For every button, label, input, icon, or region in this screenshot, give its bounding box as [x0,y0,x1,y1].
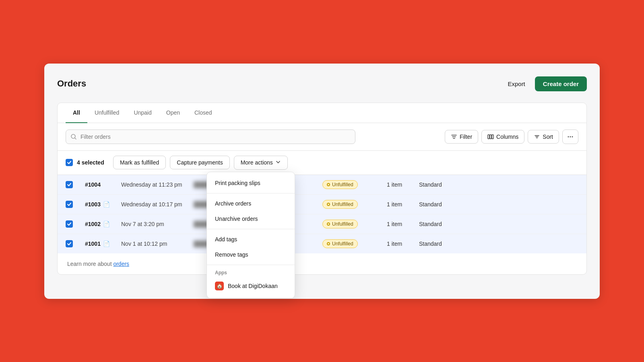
select-all-checkbox[interactable] [66,159,73,166]
svg-point-5 [570,136,571,137]
page-header: Orders Export Create order [57,76,587,91]
more-actions-button[interactable]: More actions [234,156,288,170]
columns-icon [487,134,494,140]
order-id: #1004 [85,181,121,188]
chevron-down-icon [275,159,281,166]
svg-rect-1 [488,135,489,139]
archive-orders-label: Archive orders [215,200,251,207]
dropdown-archive-orders[interactable]: Archive orders [207,196,295,211]
create-order-button[interactable]: Create order [535,76,587,91]
columns-label: Columns [496,134,518,140]
tabs-bar: All Unfulfilled Unpaid Open Closed [58,103,586,123]
order-items: 1 item [387,221,419,227]
footer-note: Learn more about orders [58,253,586,274]
remove-tags-label: Remove tags [215,251,248,258]
filter-icon [451,134,457,140]
table-row[interactable]: #1002 📄 Nov 7 at 3:20 pm ████████ Paid U… [58,214,586,234]
search-wrap [66,130,355,144]
search-icon [70,134,77,140]
order-id: #1003 📄 [85,201,121,208]
order-shipping: Standard [419,181,459,188]
tab-unpaid[interactable]: Unpaid [126,103,159,123]
page-title: Orders [57,78,86,89]
order-items: 1 item [387,201,419,208]
search-input[interactable] [66,130,355,144]
dropdown-remove-tags[interactable]: Remove tags [207,247,295,262]
sort-icon [534,134,540,140]
table-row[interactable]: #1004 Wednesday at 11:23 pm ████████ Pai… [58,175,586,195]
svg-rect-3 [492,135,493,139]
tab-closed[interactable]: Closed [187,103,219,123]
order-date: Nov 7 at 3:20 pm [121,221,194,227]
dropdown-apps-section: Apps [207,267,295,277]
dropdown-divider-3 [207,265,295,265]
export-button[interactable]: Export [503,77,530,90]
row-checkbox[interactable] [66,240,85,247]
order-shipping: Standard [419,241,459,247]
tab-open[interactable]: Open [159,103,187,123]
doc-icon: 📄 [103,201,110,208]
more-actions-label: More actions [241,159,273,166]
digidokaan-app-icon: 🏠 [215,282,224,290]
order-items: 1 item [387,181,419,188]
order-shipping: Standard [419,221,459,227]
dropdown-add-tags[interactable]: Add tags [207,232,295,247]
main-card: Orders Export Create order All Unfulfill… [44,64,600,299]
order-date: Nov 1 at 10:12 pm [121,241,194,247]
order-date: Wednesday at 10:17 pm [121,201,194,208]
columns-button[interactable]: Columns [481,130,524,144]
sort-label: Sort [543,134,553,140]
book-at-digidokaan-label: Book at DigiDokaan [228,283,278,289]
dropdown-divider-2 [207,229,295,229]
table-row[interactable]: #1001 📄 Nov 1 at 10:12 pm ████████ Paid … [58,234,586,253]
print-packing-slips-label: Print packing slips [215,180,260,186]
order-fulfillment: Unfulfilled [322,200,387,209]
table-row[interactable]: #1003 📄 Wednesday at 10:17 pm ████████ P… [58,195,586,214]
mark-fulfilled-button[interactable]: Mark as fulfilled [113,156,166,169]
order-id: #1002 📄 [85,221,121,227]
svg-rect-2 [490,135,491,139]
order-fulfillment: Unfulfilled [322,180,387,189]
add-tags-label: Add tags [215,236,237,243]
more-actions-dropdown: Print packing slips Archive orders Unarc… [206,172,295,298]
selected-count: 4 selected [77,159,109,166]
doc-icon: 📄 [103,241,110,247]
capture-payments-button[interactable]: Capture payments [170,156,229,169]
footer-text: Learn more about [67,261,113,267]
sort-button[interactable]: Sort [528,130,559,144]
doc-icon: 📄 [103,221,110,227]
more-toolbar-button[interactable] [562,130,578,144]
order-fulfillment: Unfulfilled [322,220,387,228]
order-id: #1001 📄 [85,241,121,247]
tab-unfulfilled[interactable]: Unfulfilled [87,103,126,123]
bulk-action-bar: 4 selected Mark as fulfilled Capture pay… [58,151,586,175]
order-fulfillment: Unfulfilled [322,239,387,248]
svg-point-6 [572,136,573,137]
row-checkbox[interactable] [66,220,85,228]
toolbar-right: Filter Columns [445,130,578,144]
orders-table: #1004 Wednesday at 11:23 pm ████████ Pai… [58,175,586,253]
tab-all[interactable]: All [66,103,87,123]
svg-point-4 [568,136,569,137]
row-checkbox[interactable] [66,201,85,208]
header-actions: Export Create order [503,76,587,91]
dropdown-unarchive-orders[interactable]: Unarchive orders [207,211,295,226]
order-items: 1 item [387,241,419,247]
unarchive-orders-label: Unarchive orders [215,216,258,222]
order-shipping: Standard [419,201,459,208]
filter-label: Filter [460,134,472,140]
orders-link[interactable]: orders [113,261,129,267]
dropdown-print-packing-slips[interactable]: Print packing slips [207,175,295,191]
row-checkbox[interactable] [66,181,85,188]
content-panel: All Unfulfilled Unpaid Open Closed [57,103,587,275]
order-date: Wednesday at 11:23 pm [121,181,194,188]
search-toolbar: Filter Columns [58,123,586,151]
dropdown-book-at-digidokaan[interactable]: 🏠 Book at DigiDokaan [207,277,295,295]
filter-button[interactable]: Filter [445,130,478,144]
dropdown-divider-1 [207,193,295,193]
